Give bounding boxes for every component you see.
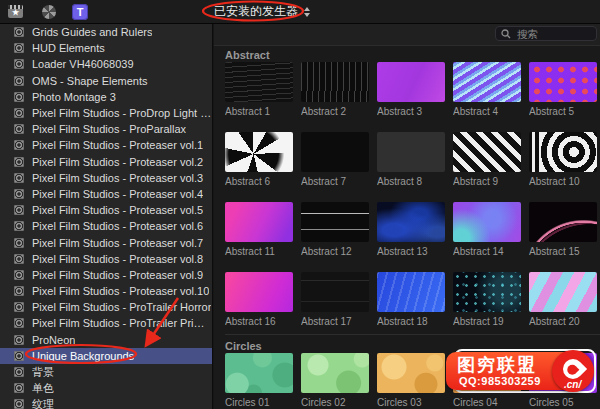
transitions-pinwheel-icon[interactable] xyxy=(42,5,56,19)
generator-thumb[interactable] xyxy=(453,132,521,172)
generator-thumb[interactable] xyxy=(301,62,369,102)
sidebar-item[interactable]: OMS - Shape Elements xyxy=(0,73,212,89)
sidebar-item[interactable]: ProNeon xyxy=(0,332,212,348)
generator-thumb[interactable] xyxy=(529,132,597,172)
clapperboard-star-icon[interactable]: ★ xyxy=(8,5,23,18)
generator-thumb[interactable] xyxy=(301,202,369,242)
sidebar-item[interactable]: Pixel Film Studios - ProTrailer Prime Ti… xyxy=(0,315,212,331)
generator-thumb[interactable] xyxy=(225,353,293,393)
generator-thumb[interactable] xyxy=(225,132,293,172)
sidebar-item-label: Pixel Film Studios - ProTrailer Prime Ti… xyxy=(32,317,212,329)
sidebar-item-label: Pixel Film Studios - ProParallax xyxy=(32,123,186,135)
generator-category-icon xyxy=(14,124,24,134)
generator-browser-panel: Abstract Abstract 1 Abstract 2 Abstract … xyxy=(214,23,600,409)
sidebar-item[interactable]: Photo Montage 3 xyxy=(0,89,212,105)
titles-generators-icon[interactable]: T xyxy=(72,4,88,20)
generator-category-icon xyxy=(14,76,24,86)
generator-label: Circles 02 xyxy=(301,397,369,409)
sidebar-item-label: Pixel Film Studios - ProTrailer Horror xyxy=(32,301,211,313)
sidebar-item[interactable]: Pixel Film Studios - Proteaser vol.5 xyxy=(0,202,212,218)
generator-thumb[interactable] xyxy=(453,272,521,312)
sidebar-item-label: Pixel Film Studios - Proteaser vol.10 xyxy=(32,285,209,297)
generator-thumb[interactable] xyxy=(225,62,293,102)
generator-label: Abstract 3 xyxy=(377,106,445,118)
generator-thumb[interactable] xyxy=(529,62,597,102)
installed-generators-dropdown[interactable]: 已安装的发生器 xyxy=(210,2,314,21)
sidebar-item[interactable]: 背景 xyxy=(0,364,212,380)
search-input[interactable] xyxy=(515,27,591,41)
sidebar-item-label: ProNeon xyxy=(32,334,75,346)
sidebar-item[interactable]: Pixel Film Studios - Proteaser vol.10 xyxy=(0,283,212,299)
sidebar-item-label: Pixel Film Studios - Proteaser vol.3 xyxy=(32,172,203,184)
generator-category-icon xyxy=(14,140,24,150)
sidebar-item[interactable]: Pixel Film Studios - Proteaser vol.9 xyxy=(0,267,212,283)
sidebar-item[interactable]: Pixel Film Studios - Proteaser vol.4 xyxy=(0,186,212,202)
generator-thumb[interactable] xyxy=(377,132,445,172)
generator-thumb[interactable] xyxy=(453,353,521,393)
sidebar-item[interactable]: 纹理 xyxy=(0,396,212,409)
generator-category-icon xyxy=(14,383,24,393)
sidebar-item[interactable]: Pixel Film Studios - Proteaser vol.6 xyxy=(0,218,212,234)
sidebar-item[interactable]: Pixel Film Studios - Proteaser vol.7 xyxy=(0,234,212,250)
generator-category-icon xyxy=(14,221,24,231)
generator-thumb[interactable] xyxy=(529,353,597,393)
generator-thumb[interactable] xyxy=(377,272,445,312)
generator-category-icon xyxy=(14,27,24,37)
sidebar-item[interactable]: Pixel Film Studios - ProTrailer Horror xyxy=(0,299,212,315)
generator-item: Abstract 16 xyxy=(225,272,293,328)
generator-grid: Circles 01 Circles 02 Circles 03 Circles… xyxy=(225,353,600,409)
generator-item: Abstract 1 xyxy=(225,62,293,118)
sidebar-item-label: Pixel Film Studios - Proteaser vol.8 xyxy=(32,253,203,265)
generator-item: Abstract 19 xyxy=(453,272,521,328)
star-glyph: ★ xyxy=(8,8,23,18)
generator-thumb[interactable] xyxy=(453,62,521,102)
sidebar-item[interactable]: Pixel Film Studios - ProParallax xyxy=(0,121,212,137)
generator-label: Abstract 16 xyxy=(225,316,293,328)
generator-thumb[interactable] xyxy=(225,202,293,242)
generator-label: Abstract 5 xyxy=(529,106,597,118)
generator-category-icon xyxy=(14,286,24,296)
sidebar-item[interactable]: Pixel Film Studios - Proteaser vol.3 xyxy=(0,170,212,186)
generator-thumb[interactable] xyxy=(301,272,369,312)
generator-label: Abstract 19 xyxy=(453,316,521,328)
generator-thumb[interactable] xyxy=(377,62,445,102)
generator-thumb[interactable] xyxy=(377,202,445,242)
sidebar-item-label: Pixel Film Studios - Proteaser vol.9 xyxy=(32,269,203,281)
generator-thumb[interactable] xyxy=(453,202,521,242)
search-field xyxy=(495,26,597,41)
sidebar-item[interactable]: Unique Backgrounds xyxy=(0,348,212,364)
generator-item: Abstract 14 xyxy=(453,202,521,258)
generator-category-icon xyxy=(14,92,24,102)
generator-item: Abstract 20 xyxy=(529,272,597,328)
generator-category-icon xyxy=(14,59,24,69)
generator-category-icon xyxy=(14,254,24,264)
sidebar-item[interactable]: HUD Elements xyxy=(0,40,212,56)
sidebar-item[interactable]: Grids Guides and Rulers xyxy=(0,24,212,40)
generator-item: Abstract 11 xyxy=(225,202,293,258)
generator-label: Abstract 18 xyxy=(377,316,445,328)
generator-item: Circles 05 xyxy=(529,353,597,409)
sidebar-item-label: OMS - Shape Elements xyxy=(32,75,148,87)
generator-thumb[interactable] xyxy=(529,272,597,312)
generator-category-icon xyxy=(14,335,24,345)
generator-thumb[interactable] xyxy=(301,353,369,393)
generator-item: Abstract 3 xyxy=(377,62,445,118)
generator-thumb[interactable] xyxy=(529,202,597,242)
generator-thumb[interactable] xyxy=(301,132,369,172)
sidebar-item[interactable]: Pixel Film Studios - Proteaser vol.8 xyxy=(0,251,212,267)
generator-category-icon xyxy=(14,189,24,199)
generator-category-icon xyxy=(14,108,24,118)
sidebar-item[interactable]: Pixel Film Studios - Proteaser vol.2 xyxy=(0,154,212,170)
sidebar-item[interactable]: Pixel Film Studios - ProDrop Light Show xyxy=(0,105,212,121)
generator-category-icon xyxy=(14,238,24,248)
generator-category-icon xyxy=(14,157,24,167)
sidebar-item[interactable]: Pixel Film Studios - Proteaser vol.1 xyxy=(0,137,212,153)
generator-label: Abstract 20 xyxy=(529,316,597,328)
sidebar-item-label: Pixel Film Studios - ProDrop Light Show xyxy=(32,107,212,119)
generator-thumb[interactable] xyxy=(225,272,293,312)
sidebar-item[interactable]: Loader VH46068039 xyxy=(0,56,212,72)
sidebar-item[interactable]: 单色 xyxy=(0,380,212,396)
generator-category-sidebar: Grids Guides and Rulers HUD Elements Loa… xyxy=(0,23,213,409)
generator-thumb[interactable] xyxy=(377,353,445,393)
generator-label: Abstract 11 xyxy=(225,246,293,258)
